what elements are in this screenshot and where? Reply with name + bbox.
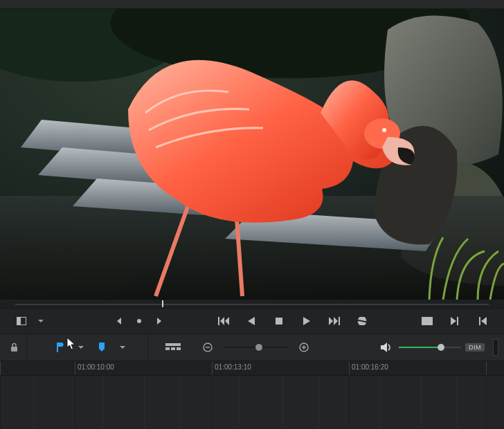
svg-rect-12	[17, 318, 21, 325]
zoom-slider[interactable]	[223, 346, 289, 349]
zoom-slider-knob[interactable]	[255, 344, 262, 351]
play-button[interactable]	[299, 313, 314, 329]
track-gridline-minor	[318, 376, 319, 429]
track-gridline-minor	[421, 376, 422, 429]
first-frame-button[interactable]	[216, 313, 231, 329]
svg-point-13	[137, 319, 141, 323]
ruler-major-tick	[0, 361, 1, 375]
flag-marker-menu-button[interactable]	[73, 339, 89, 356]
track-gridline-minor	[282, 376, 283, 429]
track-gridline-minor	[144, 376, 145, 429]
track-gridline	[486, 376, 487, 429]
volume-slider-knob[interactable]	[438, 344, 444, 351]
svg-rect-20	[479, 317, 480, 325]
track-gridline	[349, 376, 350, 429]
svg-point-10	[382, 128, 386, 132]
timeline[interactable]: 01:00:10:0001:00:13:1001:00:16:20	[0, 361, 504, 429]
svg-rect-15	[276, 318, 282, 325]
flag-marker-button[interactable]	[52, 339, 69, 356]
image-wipe-menu-button[interactable]	[33, 313, 48, 329]
prev-clip-button[interactable]	[475, 313, 490, 329]
loop-button[interactable]	[354, 313, 370, 329]
timeline-ruler[interactable]: 01:00:10:0001:00:13:1001:00:16:20	[0, 361, 504, 376]
svg-rect-24	[171, 347, 175, 350]
match-frame-button[interactable]	[420, 313, 435, 329]
jog-playhead[interactable]	[162, 300, 163, 307]
svg-rect-19	[457, 317, 458, 325]
svg-rect-14	[218, 317, 219, 325]
toolbar: DIM	[0, 334, 504, 361]
track-gridline-minor	[240, 376, 240, 429]
next-clip-button[interactable]	[447, 313, 462, 329]
track-gridline-minor	[180, 376, 181, 429]
track-gridline	[212, 376, 213, 429]
play-reverse-button[interactable]	[244, 313, 259, 329]
timeline-view-options-button[interactable]	[165, 339, 181, 356]
zoom-in-button[interactable]	[296, 339, 312, 356]
image-wipe-button[interactable]	[14, 313, 29, 329]
ruler-timecode-label: 01:00:13:10	[215, 363, 251, 371]
ruler-timecode-label: 01:00:16:20	[352, 363, 388, 371]
dim-button[interactable]: DIM	[465, 343, 485, 352]
track-gridline-minor	[457, 376, 458, 429]
ruler-major-tick	[486, 361, 487, 375]
last-frame-button[interactable]	[327, 313, 342, 329]
stop-button[interactable]	[271, 313, 287, 329]
window-title-bar	[0, 0, 504, 9]
volume-slider[interactable]	[399, 346, 461, 349]
track-gridline	[0, 376, 1, 429]
track-gridline-minor	[379, 376, 380, 429]
lock-icon[interactable]	[6, 339, 22, 356]
timeline-tracks[interactable]	[0, 376, 504, 429]
ruler-major-tick	[349, 361, 350, 375]
svg-rect-25	[177, 347, 181, 350]
jog-track	[15, 304, 489, 305]
track-gridline	[75, 376, 75, 429]
svg-rect-16	[339, 317, 340, 325]
ruler-major-tick	[212, 361, 213, 375]
ruler-timecode-label: 01:00:10:00	[78, 363, 114, 371]
jog-bar[interactable]	[0, 300, 504, 308]
keyframe-dot-icon[interactable]	[132, 313, 147, 329]
preview-image	[0, 9, 504, 300]
ruler-major-tick	[75, 361, 75, 375]
volume-slider-fill	[399, 347, 441, 348]
transport-controls	[0, 308, 504, 334]
track-gridline-minor	[33, 376, 34, 429]
clip-marker-menu-button[interactable]	[114, 339, 131, 356]
track-gridline-minor	[102, 376, 103, 429]
mute-button[interactable]	[378, 339, 395, 356]
svg-rect-21	[11, 347, 17, 352]
preview-viewer[interactable]	[0, 9, 504, 300]
clip-marker-button[interactable]	[93, 339, 110, 356]
prev-keyframe-button[interactable]	[112, 313, 127, 329]
audio-meter	[493, 339, 498, 356]
svg-rect-23	[165, 347, 170, 350]
next-keyframe-button[interactable]	[151, 313, 166, 329]
svg-rect-22	[165, 343, 181, 346]
zoom-out-button[interactable]	[199, 339, 216, 356]
